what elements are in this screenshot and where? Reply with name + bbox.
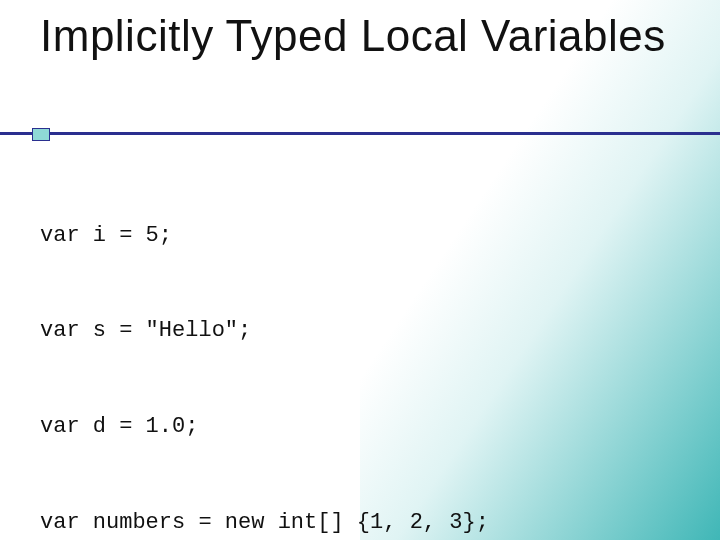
code-line: var s = "Hello"; xyxy=(40,315,581,347)
slide-title: Implicitly Typed Local Variables xyxy=(40,12,680,60)
code-block: var i = 5; var s = "Hello"; var d = 1.0;… xyxy=(40,156,581,540)
underline-line xyxy=(0,132,720,135)
code-line: var d = 1.0; xyxy=(40,411,581,443)
underline-accent-box xyxy=(32,128,50,141)
slide: Implicitly Typed Local Variables var i =… xyxy=(0,0,720,540)
code-line: var numbers = new int[] {1, 2, 3}; xyxy=(40,507,581,539)
code-line: var i = 5; xyxy=(40,220,581,252)
title-underline xyxy=(0,128,720,140)
